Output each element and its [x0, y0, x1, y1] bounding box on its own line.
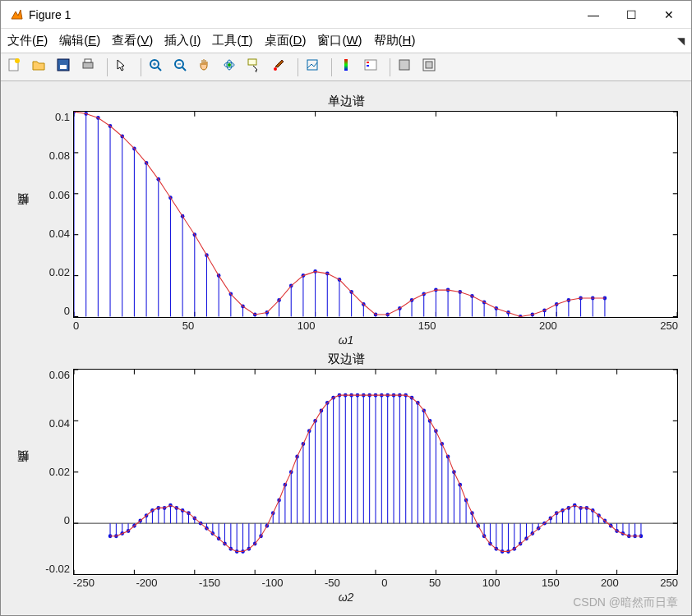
subplot-2-ylabel: 幅度 — [14, 369, 30, 576]
svg-rect-3 — [60, 65, 67, 69]
subplot-2: 双边谱 幅度 0.060.040.020-0.02 -250-200-150-1… — [14, 352, 678, 605]
open-button[interactable] — [30, 57, 52, 78]
menu-view[interactable]: 查看(V) — [112, 33, 153, 48]
subplot-1: 单边谱 幅度 0.10.080.060.040.020 050100150200… — [14, 94, 678, 347]
window-title: Figure 1 — [29, 8, 574, 21]
subplot-1-yticks: 0.10.080.060.040.020 — [30, 111, 73, 318]
subplot-1-xticks: 050100150200250 — [73, 319, 678, 332]
subplot-1-xlabel: ω1 — [14, 333, 678, 347]
link-button[interactable] — [304, 57, 325, 78]
svg-line-11 — [182, 67, 186, 71]
legend-button[interactable] — [362, 57, 384, 78]
svg-rect-16 — [248, 59, 256, 65]
svg-line-7 — [158, 67, 161, 71]
toolbar — [1, 53, 691, 81]
menu-window[interactable]: 窗口(W) — [317, 33, 362, 48]
colorbar-button[interactable] — [338, 57, 359, 78]
zoom-in-button[interactable] — [147, 57, 168, 78]
svg-point-17 — [274, 67, 277, 71]
menu-file[interactable]: 文件(F) — [7, 33, 48, 48]
zoom-out-button[interactable] — [172, 57, 193, 78]
subplot-2-axes[interactable] — [73, 369, 678, 576]
hide-tools-button[interactable] — [396, 57, 418, 78]
rotate-button[interactable] — [221, 57, 242, 78]
menubar: 文件(F) 编辑(E) 查看(V) 插入(I) 工具(T) 桌面(D) 窗口(W… — [1, 29, 691, 53]
svg-rect-25 — [426, 62, 432, 68]
menu-tools[interactable]: 工具(T) — [212, 33, 252, 48]
subplot-2-title: 双边谱 — [14, 352, 678, 367]
svg-point-15 — [228, 63, 231, 67]
minimize-button[interactable]: — — [574, 2, 612, 27]
pointer-button[interactable] — [113, 57, 135, 78]
svg-rect-5 — [85, 59, 91, 62]
svg-point-1 — [15, 58, 20, 63]
watermark: CSDN @暗然而日章 — [573, 595, 678, 610]
dock-button[interactable] — [421, 57, 442, 78]
save-button[interactable] — [55, 57, 76, 78]
menu-help[interactable]: 帮助(H) — [374, 33, 416, 48]
maximize-button[interactable]: ☐ — [612, 2, 650, 27]
datacursor-button[interactable] — [246, 57, 267, 78]
subplot-1-ylabel: 幅度 — [14, 111, 30, 318]
print-button[interactable] — [80, 57, 101, 78]
brush-button[interactable] — [270, 57, 292, 78]
figure-window: Figure 1 — ☐ ✕ 文件(F) 编辑(E) 查看(V) 插入(I) 工… — [0, 0, 692, 616]
pan-button[interactable] — [196, 57, 218, 78]
subplot-1-title: 单边谱 — [14, 94, 678, 109]
close-button[interactable]: ✕ — [650, 2, 688, 27]
subplot-1-axes[interactable] — [73, 111, 678, 318]
matlab-icon — [9, 7, 24, 22]
menubar-arrow-icon[interactable]: ◥ — [677, 35, 685, 47]
svg-rect-19 — [344, 59, 348, 71]
subplot-2-xticks: -250-200-150-100-50050100150200250 — [73, 577, 678, 589]
menu-insert[interactable]: 插入(I) — [164, 33, 201, 48]
titlebar: Figure 1 — ☐ ✕ — [1, 1, 691, 29]
svg-rect-23 — [399, 60, 409, 70]
svg-rect-22 — [367, 65, 369, 67]
svg-rect-21 — [367, 62, 369, 63]
svg-rect-4 — [83, 62, 93, 68]
figure-area: 单边谱 幅度 0.10.080.060.040.020 050100150200… — [1, 81, 691, 615]
subplot-2-yticks: 0.060.040.020-0.02 — [30, 369, 73, 576]
menu-desktop[interactable]: 桌面(D) — [265, 33, 307, 48]
menu-edit[interactable]: 编辑(E) — [59, 33, 100, 48]
new-button[interactable] — [6, 57, 27, 78]
